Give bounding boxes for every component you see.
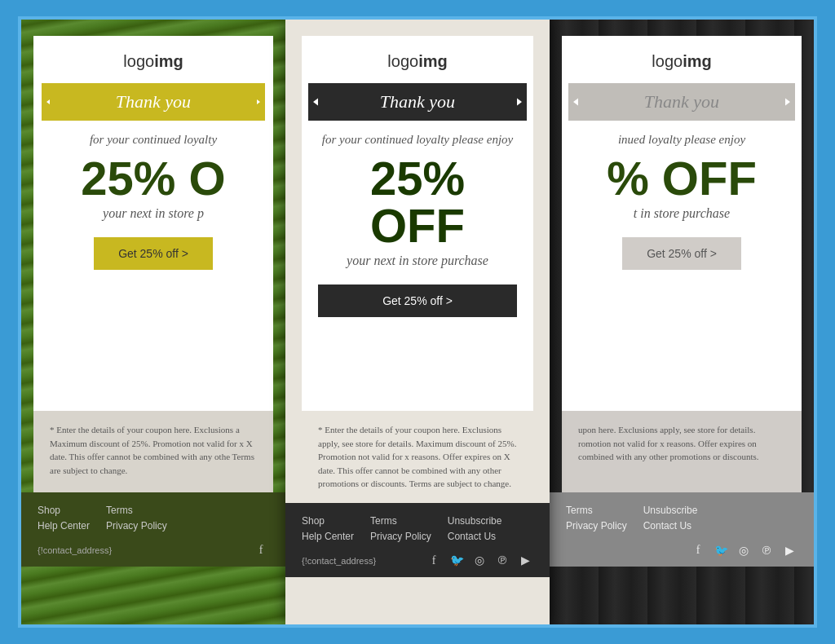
banner-1: Thank you — [50, 83, 257, 121]
facebook-icon-3[interactable]: f — [690, 542, 706, 558]
social-icons-1: f — [253, 542, 269, 558]
footer-bottom-2: {!contact_address} f 🐦 ◎ ℗ ▶ — [302, 553, 533, 569]
discount-3: % OFF — [607, 155, 757, 202]
twitter-icon-2[interactable]: 🐦 — [448, 553, 465, 569]
footer-privacy-3[interactable]: Privacy Policy — [566, 520, 627, 532]
footer-unsubscribe-3[interactable]: Unsubscribe — [643, 505, 698, 516]
store-text-2: your next in store purchase — [347, 254, 488, 268]
logo-1: logoimg — [123, 52, 183, 71]
footer-unsubscribe-2[interactable]: Unsubscribe — [448, 515, 502, 527]
loyalty-text-1: for your continued loyalty — [90, 133, 217, 147]
social-icons-3: f 🐦 ◎ ℗ ▶ — [690, 542, 797, 558]
cta-button-1[interactable]: Get 25% off > — [94, 237, 213, 270]
facebook-icon-1[interactable]: f — [253, 542, 269, 558]
banner-text-3: Thank you — [644, 91, 719, 112]
banner-3: Thank you — [578, 83, 785, 121]
cta-button-2[interactable]: Get 25% off > — [318, 285, 517, 317]
footer-links-3: Terms Privacy Policy Unsubscribe Contact… — [566, 505, 797, 532]
footer-shop-2[interactable]: Shop — [302, 515, 354, 527]
footer-col-2b: Terms Privacy Policy — [370, 515, 431, 542]
fine-print-2: * Enter the details of your coupon here.… — [302, 411, 533, 503]
footer-links-2: Shop Help Center Terms Privacy Policy Un… — [302, 515, 533, 542]
footer-col-3a: Terms Privacy Policy — [566, 505, 627, 532]
footer-2: Shop Help Center Terms Privacy Policy Un… — [285, 503, 550, 577]
youtube-icon-3[interactable]: ▶ — [781, 542, 797, 558]
card-dark: logoimg Thank you for your continued loy… — [285, 20, 550, 624]
banner-2: Thank you — [318, 83, 517, 121]
instagram-icon-2[interactable]: ◎ — [471, 553, 488, 569]
footer-shop-1[interactable]: Shop — [38, 505, 90, 516]
instagram-icon-3[interactable]: ◎ — [736, 542, 752, 558]
footer-help-2[interactable]: Help Center — [302, 531, 354, 542]
footer-1: Shop Help Center Terms Privacy Policy {!… — [21, 492, 285, 567]
banner-text-1: Thank you — [116, 91, 191, 112]
store-text-3: t in store purchase — [634, 206, 730, 221]
twitter-icon-3[interactable]: 🐦 — [713, 542, 729, 558]
store-text-1: your next in store p — [103, 206, 204, 221]
footer-privacy-1[interactable]: Privacy Policy — [106, 520, 167, 532]
card-white-area-1: logoimg Thank you for your continued loy… — [33, 36, 273, 411]
footer-col-1b: Terms Privacy Policy — [106, 505, 167, 532]
card-white-area-3: logoimg Thank you inued loyalty please e… — [562, 36, 802, 411]
footer-terms-3[interactable]: Terms — [566, 505, 627, 516]
card-green: logoimg Thank you for your continued loy… — [21, 20, 285, 624]
discount-1: 25% O — [81, 155, 225, 202]
discount-2: 25% OFF — [318, 155, 517, 249]
facebook-icon-2[interactable]: f — [426, 553, 442, 569]
loyalty-text-2: for your continued loyalty please enjoy — [322, 133, 514, 147]
cta-button-3[interactable]: Get 25% off > — [622, 237, 741, 270]
footer-col-3b: Unsubscribe Contact Us — [643, 505, 698, 532]
youtube-icon-2[interactable]: ▶ — [517, 553, 533, 569]
footer-bottom-3: f 🐦 ◎ ℗ ▶ — [566, 542, 797, 558]
logo-3: logoimg — [652, 52, 711, 71]
card-white-area-2: logoimg Thank you for your continued loy… — [302, 36, 533, 411]
loyalty-text-3: inued loyalty please enjoy — [618, 133, 745, 147]
footer-col-2c: Unsubscribe Contact Us — [448, 515, 502, 542]
fine-print-3: upon here. Exclusions apply, see store f… — [562, 411, 802, 492]
footer-terms-1[interactable]: Terms — [106, 505, 167, 516]
footer-contact-3[interactable]: Contact Us — [643, 520, 698, 532]
social-icons-2: f 🐦 ◎ ℗ ▶ — [426, 553, 533, 569]
card-gray: logoimg Thank you inued loyalty please e… — [550, 20, 814, 624]
footer-3: Terms Privacy Policy Unsubscribe Contact… — [550, 492, 814, 567]
main-container: logoimg Thank you for your continued loy… — [18, 16, 817, 628]
footer-contact-2[interactable]: Contact Us — [448, 531, 502, 542]
footer-terms-2[interactable]: Terms — [370, 515, 431, 527]
pinterest-icon-2[interactable]: ℗ — [494, 553, 510, 569]
contact-address-1: {!contact_address} — [38, 545, 112, 555]
logo-2: logoimg — [387, 52, 447, 71]
footer-col-2a: Shop Help Center — [302, 515, 354, 542]
contact-address-2: {!contact_address} — [302, 556, 376, 566]
footer-privacy-2[interactable]: Privacy Policy — [370, 531, 431, 542]
footer-col-1a: Shop Help Center — [38, 505, 90, 532]
footer-links-1: Shop Help Center Terms Privacy Policy — [38, 505, 269, 532]
banner-text-2: Thank you — [380, 91, 455, 112]
pinterest-icon-3[interactable]: ℗ — [758, 542, 775, 558]
footer-help-1[interactable]: Help Center — [38, 520, 90, 532]
footer-bottom-1: {!contact_address} f — [38, 542, 269, 558]
fine-print-1: * Enter the details of your coupon here.… — [33, 411, 273, 492]
